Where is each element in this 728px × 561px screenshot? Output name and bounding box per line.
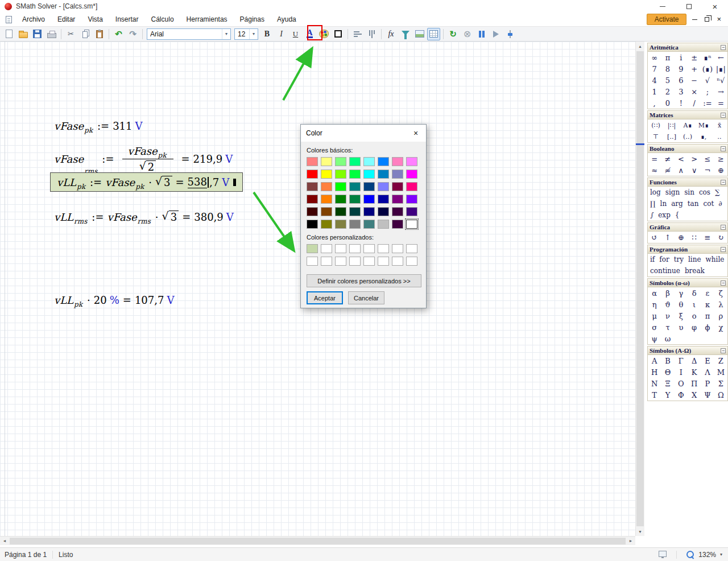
palette-item[interactable]: Α [648,355,661,366]
palette-item[interactable]: ∫ [648,209,656,221]
palette-item[interactable]: ≥ [714,153,727,164]
palette-item[interactable]: i [675,52,688,63]
color-swatch[interactable] [406,244,417,253]
insert-picture-button[interactable] [413,28,426,40]
palette-item[interactable]: Ν [648,378,661,389]
palette-item[interactable]: ι [688,299,701,310]
panel-header-grafica[interactable]: Gráfica− [648,223,727,232]
collapse-icon[interactable]: − [721,348,726,353]
palette-item[interactable]: ψ [648,333,661,344]
debug-button[interactable] [503,28,516,40]
palette-item[interactable]: α [648,287,661,299]
scroll-right-icon[interactable]: ► [626,537,635,546]
palette-item[interactable]: x̄ [712,119,727,131]
collapse-icon[interactable]: − [721,113,726,118]
color-swatch[interactable] [363,257,375,266]
palette-item[interactable]: θ [675,299,688,310]
palette-item[interactable]: sin [682,187,697,198]
palette-item[interactable]: arg [669,198,685,209]
collapse-icon[interactable]: − [721,146,726,151]
palette-item[interactable]: Χ [688,389,701,401]
color-swatch[interactable] [335,195,346,204]
scroll-left-icon[interactable]: ◄ [0,537,9,546]
palette-item[interactable]: ε [701,287,714,299]
print-button[interactable] [45,28,58,40]
color-swatch[interactable] [363,170,375,179]
palette-item[interactable]: × [688,86,701,97]
formula-vfase-pk[interactable]: vFasepk:=311V [54,120,143,132]
insert-function-button[interactable]: fx [384,28,398,40]
color-swatch[interactable] [349,220,361,229]
palette-item[interactable]: λ [714,299,727,310]
color-swatch[interactable] [321,195,332,204]
color-swatch[interactable] [307,220,318,229]
color-swatch[interactable] [406,157,417,166]
palette-item[interactable]: Β [661,355,674,366]
display-icon[interactable] [659,551,667,557]
palette-item[interactable]: ↻ [714,232,727,243]
palette-item[interactable]: ≈ [648,164,661,176]
copy-button[interactable] [78,28,92,40]
cut-button[interactable]: ✂ [64,28,77,40]
color-swatch[interactable] [321,157,332,166]
color-swatch[interactable] [378,170,389,179]
bold-button[interactable]: B [260,28,274,40]
palette-item[interactable]: μ [648,310,661,321]
palette-item[interactable]: η [648,299,661,310]
color-swatch[interactable] [392,170,403,179]
palette-item[interactable]: 2 [661,86,674,97]
palette-item[interactable]: κ [701,299,714,310]
color-swatch[interactable] [349,157,361,166]
palette-item[interactable]: ← [714,52,727,63]
color-swatch[interactable] [363,195,375,204]
collapse-icon[interactable]: − [721,280,726,286]
color-swatch[interactable] [392,257,403,266]
color-swatch[interactable] [349,182,361,191]
color-swatch[interactable] [335,244,346,253]
palette-item[interactable]: Ο [675,378,688,389]
palette-item[interactable]: Τ [648,389,661,401]
palette-item[interactable]: Σ [714,378,727,389]
dialog-close-button[interactable]: × [406,125,426,142]
palette-item[interactable]: ρ [714,310,727,321]
palette-item[interactable]: , [648,97,661,109]
paste-button[interactable] [93,28,106,40]
palette-item[interactable]: √ [701,75,714,86]
palette-item[interactable]: = [648,153,661,164]
save-button[interactable] [31,28,44,40]
collapse-icon[interactable]: − [721,225,726,230]
accept-button[interactable]: Aceptar [307,291,343,304]
palette-item[interactable]: 6 [675,75,688,86]
color-swatch[interactable] [307,244,318,253]
color-swatch[interactable] [392,157,403,166]
palette-item[interactable]: Γ [675,355,688,366]
palette-item[interactable]: γ [675,287,688,299]
palette-item[interactable]: ζ [714,287,727,299]
palette-item[interactable]: ϑ [661,299,674,310]
palette-item[interactable]: 0 [661,97,674,109]
color-swatch[interactable] [307,195,318,204]
palette-item[interactable]: tan [685,198,701,209]
color-swatch[interactable] [335,170,346,179]
palette-item[interactable]: ↑ [661,232,674,243]
palette-item[interactable]: continue [648,265,682,277]
palette-item[interactable]: ≠ [661,153,674,164]
palette-item[interactable]: Δ [688,355,701,366]
color-swatch[interactable] [392,182,403,191]
palette-item[interactable]: + [688,63,701,75]
color-swatch[interactable] [335,257,346,266]
palette-item[interactable]: break [682,265,707,277]
palette-item[interactable]: 8 [661,63,674,75]
vertical-scrollbar[interactable]: ▲ ▼ [635,42,644,536]
collapse-icon[interactable]: − [721,45,726,50]
palette-item[interactable]: A∎ [680,119,696,131]
color-swatch[interactable] [335,182,346,191]
align-horizontal-button[interactable] [351,28,364,40]
collapse-icon[interactable]: − [721,247,726,252]
color-swatch[interactable] [321,220,332,229]
palette-item[interactable]: Ε [701,355,714,366]
menu-item[interactable]: Vista [81,14,109,25]
panel-header-funciones[interactable]: Funciones− [648,178,727,187]
panel-header-programacion[interactable]: Programación− [648,245,727,254]
palette-item[interactable]: ∧ [675,164,688,176]
